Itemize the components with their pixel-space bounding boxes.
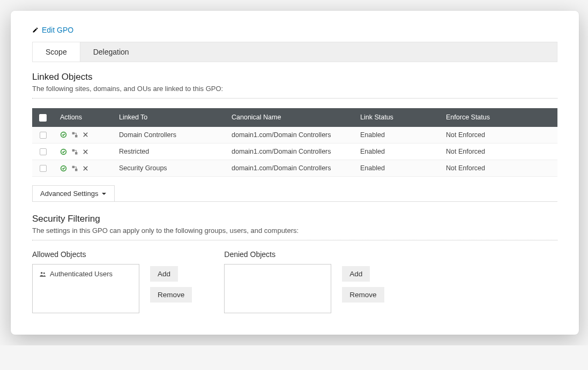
- security-filtering-title: Security Filtering: [32, 214, 557, 224]
- allowed-objects-title: Allowed Objects: [32, 250, 139, 259]
- cell-linked-to: Restricted: [113, 143, 225, 160]
- cell-link-status: Enabled: [354, 143, 440, 160]
- allowed-objects-list[interactable]: Authenticated Users: [32, 264, 139, 313]
- denied-objects-title: Denied Objects: [224, 250, 331, 259]
- select-all-checkbox[interactable]: [39, 114, 47, 122]
- delete-icon[interactable]: [83, 149, 88, 155]
- svg-point-3: [41, 272, 43, 274]
- cell-canonical: domain1.com/Domain Controllers: [225, 143, 354, 160]
- tab-scope[interactable]: Scope: [33, 42, 80, 62]
- col-enforce-status: Enforce Status: [440, 108, 557, 127]
- denied-objects-col: Denied Objects Add Remove: [224, 250, 384, 313]
- link-icon[interactable]: [71, 131, 78, 138]
- linked-objects-desc: The following sites, domains, and OUs ar…: [32, 85, 557, 93]
- row-checkbox[interactable]: [40, 165, 47, 172]
- row-checkbox[interactable]: [40, 148, 47, 155]
- pencil-icon: [32, 27, 39, 33]
- link-icon[interactable]: [71, 165, 78, 172]
- delete-icon[interactable]: [83, 132, 88, 138]
- security-filtering-desc: The settings in this GPO can apply only …: [32, 226, 557, 235]
- col-linked-to: Linked To: [113, 108, 225, 127]
- cell-enforce-status: Not Enforced: [440, 127, 557, 144]
- gpo-panel: Edit GPO Scope Delegation Linked Objects…: [11, 11, 579, 335]
- users-icon: [39, 270, 47, 278]
- table-row: Security Groups domain1.com/Domain Contr…: [32, 160, 557, 177]
- edit-gpo-label: Edit GPO: [42, 26, 73, 34]
- divider: [32, 240, 557, 240]
- link-icon[interactable]: [71, 148, 78, 155]
- linked-objects-table: Actions Linked To Canonical Name Link St…: [32, 108, 557, 177]
- advanced-settings-label: Advanced Settings: [40, 190, 98, 198]
- enable-icon[interactable]: [60, 165, 67, 172]
- cell-canonical: domain1.com/Domain Controllers: [225, 160, 354, 177]
- cell-link-status: Enabled: [354, 160, 440, 177]
- cell-canonical: domain1.com/Domain Controllers: [225, 127, 354, 144]
- denied-remove-button[interactable]: Remove: [342, 287, 384, 303]
- allowed-remove-button[interactable]: Remove: [150, 287, 192, 303]
- cell-enforce-status: Not Enforced: [440, 160, 557, 177]
- cell-enforce-status: Not Enforced: [440, 143, 557, 160]
- edit-gpo-link[interactable]: Edit GPO: [32, 26, 557, 34]
- cell-link-status: Enabled: [354, 127, 440, 144]
- tab-bar: Scope Delegation: [32, 42, 557, 62]
- enable-icon[interactable]: [60, 148, 67, 155]
- denied-objects-list[interactable]: [224, 264, 331, 313]
- denied-add-button[interactable]: Add: [342, 266, 370, 282]
- divider: [32, 98, 557, 99]
- linked-objects-title: Linked Objects: [32, 72, 557, 82]
- enable-icon[interactable]: [60, 131, 67, 138]
- allowed-add-button[interactable]: Add: [150, 266, 178, 282]
- tab-delegation[interactable]: Delegation: [80, 42, 142, 62]
- cell-linked-to: Domain Controllers: [113, 127, 225, 144]
- col-link-status: Link Status: [354, 108, 440, 127]
- list-item[interactable]: Authenticated Users: [39, 270, 132, 278]
- allowed-objects-col: Allowed Objects Authenticated Users Add …: [32, 250, 192, 313]
- caret-down-icon: [101, 191, 107, 197]
- col-canonical: Canonical Name: [225, 108, 354, 127]
- delete-icon[interactable]: [83, 165, 88, 171]
- cell-linked-to: Security Groups: [113, 160, 225, 177]
- col-actions: Actions: [54, 108, 113, 127]
- table-row: Domain Controllers domain1.com/Domain Co…: [32, 127, 557, 144]
- table-row: Restricted domain1.com/Domain Controller…: [32, 143, 557, 160]
- row-checkbox[interactable]: [40, 132, 47, 139]
- security-filtering-row: Allowed Objects Authenticated Users Add …: [32, 250, 557, 313]
- svg-point-4: [43, 273, 45, 274]
- advanced-settings-toggle[interactable]: Advanced Settings: [32, 185, 115, 202]
